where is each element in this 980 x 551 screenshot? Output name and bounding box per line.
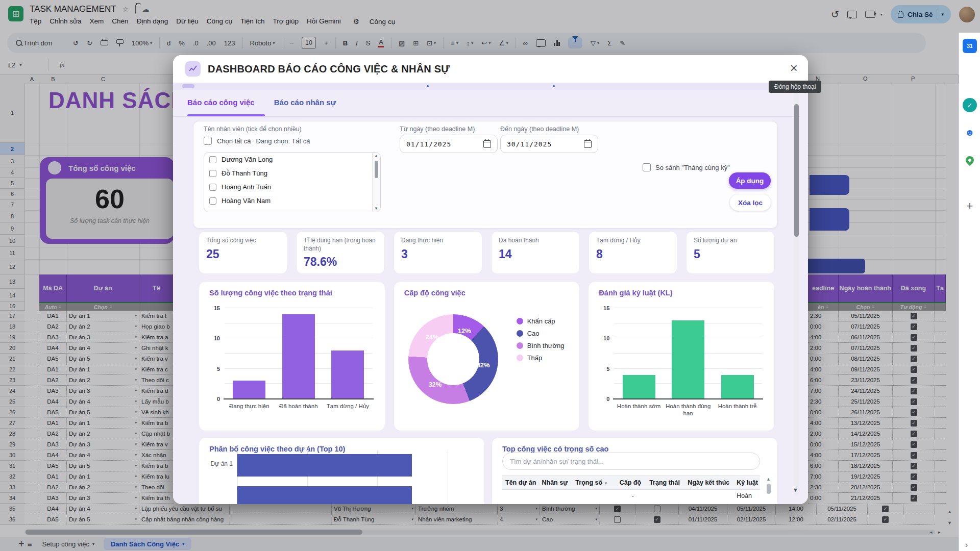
screen: ⊞ TASK MANAGEMENT ☆ ☁ TệpChỉnh sửaXemChè…	[0, 0, 980, 551]
table-column-header[interactable]: Cấp độ	[617, 479, 646, 486]
stat-value: 5	[694, 247, 767, 261]
close-icon[interactable]: ×	[790, 60, 798, 76]
table-column-header[interactable]: Tên dự án	[502, 479, 538, 486]
bar	[721, 375, 754, 399]
calendar-picker-icon[interactable]	[584, 140, 592, 148]
axis-category-label: Đang thực hiện	[225, 403, 274, 410]
stat-label: Tỉ lệ đúng hạn (trong hoàn thành)	[304, 237, 377, 253]
apply-button[interactable]: Áp dụng	[729, 172, 771, 189]
table-column-header[interactable]: Trạng thái	[646, 479, 684, 486]
chart-legend: Khẩn cấpCaoBình thườngThấp	[517, 317, 565, 366]
employee-checkbox[interactable]	[209, 197, 216, 205]
compare-label: So sánh "Tháng cùng kỳ"	[655, 164, 730, 171]
employee-checkbox[interactable]	[209, 184, 216, 191]
slice-percent-label: 32%	[428, 380, 442, 388]
employee-name: Hoàng Văn Nam	[222, 197, 271, 205]
stat-label: Số lượng dự án	[694, 237, 767, 245]
bar	[282, 314, 315, 399]
legend-item: Khẩn cấp	[517, 317, 565, 325]
stat-cards: Tổng số công việc25Tỉ lệ đúng hạn (trong…	[199, 231, 775, 274]
bar	[623, 375, 655, 399]
scrolled-content-strip	[173, 83, 808, 90]
selecting-status: Đang chọn: Tất cả	[256, 137, 310, 145]
dialog-scrim	[0, 0, 980, 33]
table-column-header[interactable]: Ngày kết thúc	[684, 479, 733, 486]
to-date-label: Đến ngày (theo deadline M)	[500, 126, 579, 133]
stat-card: Tạm dừng / Hủy8	[589, 231, 677, 274]
top-tasks-panel: Top công việc có trọng số cao Tên dự ánN…	[492, 437, 778, 504]
clear-filter-button[interactable]: Xóa lọc	[730, 194, 771, 211]
calendar-picker-icon[interactable]	[483, 140, 491, 148]
table-column-header[interactable]: Nhân sự	[538, 479, 572, 486]
chart-title: Đánh giá kỷ luật (KL)	[599, 289, 672, 297]
stat-card: Số lượng dự án5	[686, 231, 775, 274]
stat-value: 3	[401, 247, 475, 261]
from-date-input[interactable]: 01/11/2025	[400, 135, 498, 153]
hbar-category-label: Dự án 1	[204, 460, 233, 467]
employee-list-scrollbar[interactable]: ▲▼	[372, 153, 380, 212]
axis-category-label: Hoàn thành trễ	[713, 403, 762, 410]
employee-list: Dương Văn LongĐỗ Thanh TùngHoàng Anh Tuấ…	[204, 152, 381, 212]
to-date-input[interactable]: 30/11/2025	[500, 135, 598, 153]
discipline-bar-chart: Đánh giá kỷ luật (KL) 051015Hoàn thành s…	[588, 281, 775, 431]
compare-checkbox[interactable]	[643, 163, 651, 171]
stat-card: Đã hoàn thành14	[491, 231, 580, 274]
scroll-down-icon: ▼	[374, 206, 378, 211]
panel-title: Top công việc có trọng số cao	[502, 445, 608, 453]
stat-value: 25	[206, 247, 280, 261]
table-header-row: Tên dự ánNhân sựTrọng số▼Cấp độTrạng thá…	[502, 475, 760, 490]
stat-value: 8	[596, 247, 670, 261]
bar	[672, 320, 704, 399]
employee-name: Dương Văn Long	[222, 156, 273, 163]
list-item[interactable]: Hoàng Văn Nam	[204, 194, 380, 208]
maps-icon[interactable]	[963, 153, 977, 167]
employee-checkbox[interactable]	[209, 156, 216, 163]
chart-icon	[185, 61, 201, 77]
employee-filter-label: Tên nhân viên (tick để chọn nhiều)	[204, 126, 302, 133]
legend-item: Thấp	[517, 354, 565, 362]
legend-item: Bình thường	[517, 342, 565, 349]
bar	[331, 350, 364, 399]
table-column-header[interactable]: Trọng số▼	[572, 479, 616, 486]
employee-checkbox[interactable]	[209, 170, 216, 177]
dialog-body: Báo cáo công việc Báo cáo nhân sự Tên nh…	[173, 83, 808, 504]
contacts-icon[interactable]: ☻	[963, 126, 977, 140]
bar	[233, 381, 265, 399]
scroll-down-icon[interactable]: ▼	[793, 487, 798, 493]
slice-percent-label: 32%	[477, 361, 490, 369]
stat-card: Tổng số công việc25	[199, 231, 287, 274]
task-search-input[interactable]	[502, 453, 760, 470]
dialog-header: DASHBOARD BÁO CÁO CÔNG VIỆC & NHÂN SỰ	[173, 55, 808, 83]
list-item[interactable]: Đỗ Thanh Tùng	[204, 166, 380, 180]
scroll-up-icon: ▲	[374, 154, 378, 158]
slice-percent-label: 12%	[458, 327, 471, 335]
table-scrollbar[interactable]: ▲	[765, 477, 772, 503]
select-all-checkbox[interactable]	[204, 137, 212, 145]
axis-category-label: Hoàn thành sớm	[614, 403, 664, 410]
priority-donut-chart: Cấp độ công việc 12%32%32%24% Khẩn cấpCa…	[394, 281, 580, 431]
filter-panel: Tên nhân viên (tick để chọn nhiều) Chọn …	[193, 121, 778, 229]
stat-value: 14	[499, 247, 572, 261]
slice-percent-label: 24%	[426, 333, 439, 341]
legend-item: Cao	[517, 330, 565, 337]
list-item[interactable]: Dương Văn Long	[204, 153, 380, 166]
axis-category-label: Hoàn thành đúng hạn	[664, 403, 713, 417]
calendar-icon[interactable]: 31	[963, 39, 977, 53]
table-column-header[interactable]: Kỷ luật	[733, 479, 760, 486]
list-item[interactable]: Hoàng Anh Tuấn	[204, 180, 380, 194]
table-cell: Hoàn	[733, 492, 760, 499]
tab-work-report[interactable]: Báo cáo công việc	[187, 98, 255, 107]
stat-label: Tổng số công việc	[206, 237, 280, 245]
dialog-scrollbar[interactable]	[794, 91, 799, 496]
table-row: -Hoàn	[502, 489, 760, 503]
dashboard-dialog: DASHBOARD BÁO CÁO CÔNG VIỆC & NHÂN SỰ × …	[173, 55, 808, 504]
chart-title: Cấp độ công việc	[404, 289, 465, 297]
tasks-icon[interactable]: ✓	[963, 98, 977, 112]
employee-name: Hoàng Anh Tuấn	[222, 183, 271, 191]
stat-value: 78.6%	[304, 255, 377, 269]
close-tooltip: Đóng hộp thoại	[769, 81, 821, 93]
add-addon-icon[interactable]: +	[963, 199, 977, 213]
tab-scroll-chevron-icon[interactable]: ›	[965, 540, 968, 549]
project-distribution-chart: Phân bổ công việc theo dự án (Top 10) Dự…	[199, 437, 485, 504]
tab-hr-report[interactable]: Báo cáo nhân sự	[274, 98, 336, 107]
